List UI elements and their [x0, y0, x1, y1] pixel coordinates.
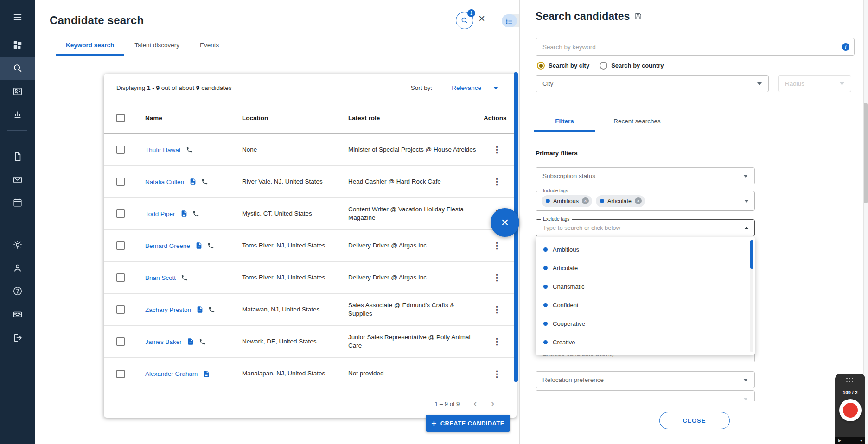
page-scrollbar-thumb[interactable] — [864, 103, 868, 203]
menu-icon[interactable] — [0, 6, 35, 29]
chevron-down-icon — [493, 87, 498, 89]
candidate-name-link[interactable]: Brian Scott — [145, 274, 176, 281]
tag-chip[interactable]: Ambitious × — [542, 195, 592, 207]
candidate-name-link[interactable]: Bernard Greene — [145, 242, 190, 249]
phone-icon[interactable] — [199, 338, 206, 345]
resume-icon[interactable] — [196, 306, 204, 313]
row-checkbox[interactable] — [116, 337, 125, 346]
phone-icon[interactable] — [207, 242, 214, 249]
row-actions-menu-icon[interactable]: ⋮ — [493, 336, 501, 347]
tab-talent-discovery[interactable]: Talent discovery — [124, 39, 190, 56]
phone-icon[interactable] — [192, 210, 199, 217]
keyboard-icon[interactable] — [0, 303, 35, 326]
resume-icon[interactable] — [195, 242, 203, 249]
sidebar-item-search[interactable] — [0, 57, 35, 80]
mail-icon[interactable] — [0, 168, 35, 191]
resume-icon[interactable] — [189, 178, 197, 185]
row-checkbox[interactable] — [116, 305, 125, 314]
contacts-icon[interactable] — [0, 80, 35, 103]
tag-option[interactable]: Creative — [536, 333, 755, 351]
radio-search-by-city[interactable]: Search by city — [537, 62, 589, 70]
candidate-name-link[interactable]: James Baker — [145, 338, 182, 345]
recorder-toolbar: ▶ ▾ — [835, 437, 865, 444]
candidate-location: None — [242, 146, 348, 154]
resume-icon[interactable] — [203, 370, 210, 378]
candidate-name-link[interactable]: Zachary Preston — [145, 306, 191, 313]
calendar-icon[interactable] — [0, 191, 35, 214]
play-icon[interactable]: ▶ — [838, 438, 841, 443]
chevron-down-icon — [743, 175, 748, 178]
tab-events[interactable]: Events — [190, 39, 229, 56]
row-actions-menu-icon[interactable]: ⋮ — [493, 273, 501, 283]
logout-icon[interactable] — [0, 326, 35, 349]
close-panel-button[interactable]: CLOSE — [659, 412, 730, 429]
chevron-down-icon[interactable]: ▾ — [860, 438, 862, 443]
tab-keyword-search[interactable]: Keyword search — [56, 39, 124, 56]
pagination: 1 – 9 of 9 ‹ › — [104, 390, 517, 418]
candidate-name-link[interactable]: Alexander Graham — [145, 370, 198, 377]
row-actions-menu-icon[interactable]: ⋮ — [493, 145, 501, 155]
dropdown-scrollbar-thumb[interactable] — [750, 240, 753, 269]
exclude-tags-placeholder: Type to search or click below — [543, 224, 620, 231]
tab-filters[interactable]: Filters — [534, 112, 595, 132]
row-checkbox[interactable] — [116, 178, 125, 186]
save-search-icon[interactable] — [634, 13, 642, 20]
tag-option[interactable]: Cooperative — [536, 314, 755, 333]
documents-icon[interactable] — [0, 145, 35, 168]
radio-search-by-country[interactable]: Search by country — [600, 62, 664, 70]
row-checkbox[interactable] — [116, 209, 125, 218]
saved-search-toggle-button[interactable]: 1 — [456, 12, 473, 29]
account-icon[interactable] — [0, 256, 35, 279]
subscription-status-select[interactable]: Subscription status — [536, 167, 755, 184]
tab-recent-searches[interactable]: Recent searches — [600, 112, 674, 132]
row-actions-menu-icon[interactable]: ⋮ — [493, 177, 501, 187]
resume-icon[interactable] — [180, 210, 188, 217]
phone-icon[interactable] — [186, 146, 193, 153]
next-page-icon[interactable]: › — [491, 399, 494, 409]
remove-chip-icon[interactable]: × — [635, 197, 642, 204]
collapse-panel-button[interactable]: × — [491, 208, 519, 237]
row-checkbox[interactable] — [116, 146, 125, 154]
row-actions-menu-icon[interactable]: ⋮ — [493, 304, 501, 315]
help-icon[interactable] — [0, 279, 35, 303]
close-search-icon[interactable]: × — [479, 13, 485, 24]
tag-option[interactable]: Confident — [536, 296, 755, 314]
resume-icon[interactable] — [187, 338, 194, 345]
phone-icon[interactable] — [201, 178, 208, 185]
prev-page-icon[interactable]: ‹ — [473, 399, 477, 409]
tag-option[interactable]: Ambitious — [536, 240, 755, 259]
relocation-preference-select[interactable]: Relocation preference — [536, 371, 755, 388]
tag-chip[interactable]: Articulate × — [596, 195, 645, 207]
row-checkbox[interactable] — [116, 370, 125, 378]
tag-option[interactable]: Articulate — [536, 259, 755, 277]
record-button[interactable] — [839, 399, 862, 421]
analytics-icon[interactable] — [0, 103, 35, 126]
select-all-checkbox[interactable] — [116, 114, 125, 122]
phone-icon[interactable] — [208, 306, 215, 313]
tag-option[interactable]: Charismatic — [536, 277, 755, 296]
city-select[interactable]: City — [536, 75, 769, 92]
create-candidate-button[interactable]: + CREATE CANDIDATE — [426, 415, 510, 432]
include-tags-field[interactable]: Include tags Ambitious × Articulate × — [536, 191, 755, 211]
keyword-search-input[interactable] — [536, 38, 855, 56]
row-actions-menu-icon[interactable]: ⋮ — [493, 241, 501, 251]
row-checkbox[interactable] — [116, 273, 125, 282]
remove-chip-icon[interactable]: × — [582, 197, 589, 204]
candidate-name-link[interactable]: Natalia Cullen — [145, 178, 184, 185]
dashboard-icon[interactable] — [0, 33, 35, 57]
settings-icon[interactable] — [0, 233, 35, 256]
pagination-label: 1 – 9 of 9 — [434, 400, 460, 407]
table-row: Brian Scott Toms River, NJ, United State… — [104, 262, 517, 294]
candidate-name-link[interactable]: Todd Piper — [145, 210, 175, 217]
panel-title: Search candidates — [536, 10, 630, 23]
sort-dropdown[interactable]: Relevance — [452, 84, 498, 91]
row-actions-menu-icon[interactable]: ⋮ — [493, 369, 501, 379]
list-view-button[interactable] — [502, 14, 517, 27]
info-icon[interactable]: i — [842, 43, 849, 51]
drag-handle-icon[interactable] — [846, 378, 855, 383]
row-checkbox[interactable] — [116, 241, 125, 250]
phone-icon[interactable] — [181, 274, 188, 281]
exclude-tags-field[interactable]: Exclude tags Type to search or click bel… — [536, 219, 755, 236]
candidate-name-link[interactable]: Thufir Hawat — [145, 146, 181, 153]
table-header: Name Location Latest role Actions — [104, 102, 517, 134]
